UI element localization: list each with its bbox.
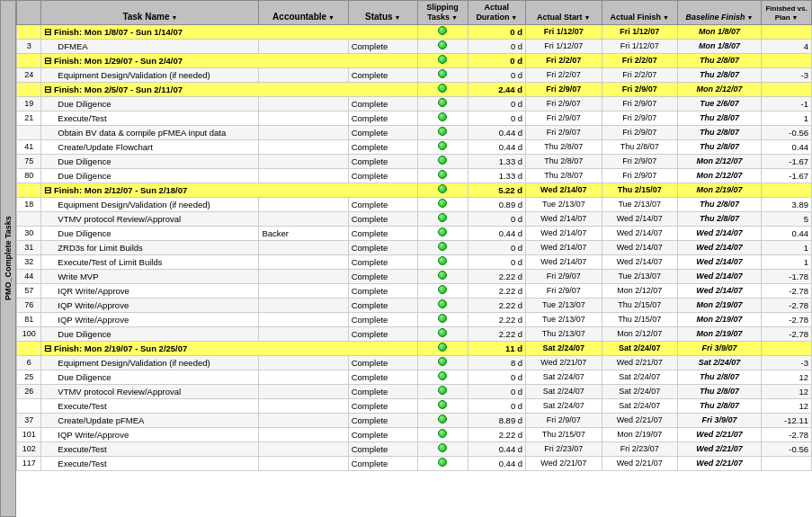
green-dot — [438, 458, 447, 467]
slipping-cell — [417, 53, 468, 67]
accountable — [259, 254, 348, 269]
finished-vs-plan: 0.44 — [762, 226, 812, 240]
actual-finish: Fri 1/12/07 — [602, 24, 677, 39]
actual-duration: 8 d — [468, 355, 526, 370]
slipping-indicator — [417, 384, 468, 398]
status: Complete — [348, 269, 417, 283]
accountable — [259, 370, 348, 384]
slipping-indicator — [417, 197, 468, 211]
slipping-indicator — [417, 226, 468, 240]
actual-start: Wed 2/14/07 — [526, 240, 602, 254]
finished-vs-plan — [762, 341, 812, 355]
actual-start: Wed 2/14/07 — [526, 183, 602, 197]
baseline-finish: Wed 2/14/07 — [677, 254, 761, 269]
actual-duration: 0 d — [468, 111, 526, 125]
finished-vs-plan: 12 — [762, 370, 812, 384]
accountable — [259, 197, 348, 211]
actual-duration: 2.22 d — [468, 283, 526, 298]
finished-vs-plan: 12 — [762, 398, 812, 413]
status: Complete — [348, 154, 417, 168]
col-accountable-header[interactable]: Accountable — [259, 1, 348, 25]
slipping-indicator — [417, 154, 468, 168]
task-name: Due Diligence — [41, 154, 259, 168]
actual-duration: 2.22 d — [468, 312, 526, 326]
col-baseline-finish-header[interactable]: Baseline Finish — [677, 1, 761, 25]
actual-finish: Mon 2/12/07 — [602, 326, 677, 341]
green-dot — [438, 127, 447, 136]
col-task-header[interactable]: Task Name — [41, 1, 259, 25]
status: Complete — [348, 298, 417, 312]
status: Complete — [348, 355, 417, 370]
row-id: 102 — [17, 441, 41, 456]
actual-start: Fri 2/9/07 — [526, 125, 602, 139]
actual-start: Thu 2/15/07 — [526, 427, 602, 441]
task-name: Due Diligence — [41, 226, 259, 240]
actual-finish: Sat 2/24/07 — [602, 370, 677, 384]
actual-duration: 0 d — [468, 240, 526, 254]
baseline-finish: Thu 2/8/07 — [677, 111, 761, 125]
finished-vs-plan — [762, 456, 812, 470]
actual-finish: Tue 2/13/07 — [602, 197, 677, 211]
task-name: Due Diligence — [41, 96, 259, 111]
slipping-cell — [417, 82, 468, 96]
finished-vs-plan: 12 — [762, 384, 812, 398]
col-slipping-header[interactable]: Slipping Tasks — [417, 1, 468, 25]
slipping-indicator — [417, 111, 468, 125]
row-id: 24 — [17, 67, 41, 82]
task-name: Create/Update pFMEA — [41, 413, 259, 427]
baseline-finish: Wed 2/14/07 — [677, 226, 761, 240]
col-actual-start-header[interactable]: Actual Start — [526, 1, 602, 25]
finished-vs-plan — [762, 82, 812, 96]
task-name: Equipment Design/Validation (if needed) — [41, 67, 259, 82]
baseline-finish: Mon 2/12/07 — [677, 82, 761, 96]
actual-finish: Mon 2/12/07 — [602, 283, 677, 298]
status: Complete — [348, 384, 417, 398]
col-actual-dur-header[interactable]: Actual Duration — [468, 1, 526, 25]
task-name: ZRD3s for Limit Builds — [41, 240, 259, 254]
task-name: Execute/Test — [41, 111, 259, 125]
baseline-finish: Mon 2/12/07 — [677, 154, 761, 168]
finished-vs-plan: 0.44 — [762, 139, 812, 154]
finished-vs-plan: -1.78 — [762, 269, 812, 283]
finished-vs-plan: -1.67 — [762, 154, 812, 168]
actual-duration: 0 d — [468, 254, 526, 269]
row-id — [17, 183, 41, 197]
actual-finish: Wed 2/14/07 — [602, 254, 677, 269]
col-actual-finish-header[interactable]: Actual Finish — [602, 1, 677, 25]
actual-duration: 0.44 d — [468, 139, 526, 154]
green-dot — [438, 156, 447, 165]
actual-finish: Wed 2/21/07 — [602, 355, 677, 370]
baseline-finish: Thu 2/8/07 — [677, 197, 761, 211]
actual-start: Fri 2/9/07 — [526, 269, 602, 283]
status: Complete — [348, 39, 417, 53]
row-id — [17, 82, 41, 96]
actual-finish: Mon 2/19/07 — [602, 427, 677, 441]
slipping-indicator — [417, 312, 468, 326]
finished-vs-plan: 1 — [762, 240, 812, 254]
table-wrap: Task Name Accountable Status Slipping Ta… — [16, 0, 812, 517]
slipping-indicator — [417, 456, 468, 470]
actual-duration: 0.44 d — [468, 441, 526, 456]
row-id: 25 — [17, 370, 41, 384]
row-id: 19 — [17, 96, 41, 111]
actual-start: Fri 2/9/07 — [526, 111, 602, 125]
finished-vs-plan: 1 — [762, 254, 812, 269]
accountable — [259, 67, 348, 82]
baseline-finish: Wed 2/21/07 — [677, 456, 761, 470]
actual-finish: Tue 2/13/07 — [602, 269, 677, 283]
col-finished-header[interactable]: Finished vs. Plan — [762, 1, 812, 25]
actual-finish: Thu 2/15/07 — [602, 183, 677, 197]
actual-start: Fri 2/9/07 — [526, 283, 602, 298]
slipping-cell — [417, 341, 468, 355]
group-task-name: ⊟ Finish: Mon 1/29/07 - Sun 2/4/07 — [41, 53, 417, 67]
accountable — [259, 139, 348, 154]
status: Complete — [348, 211, 417, 226]
col-status-header[interactable]: Status — [348, 1, 417, 25]
green-dot — [438, 386, 447, 395]
baseline-finish: Mon 2/19/07 — [677, 298, 761, 312]
finished-vs-plan — [762, 53, 812, 67]
accountable — [259, 269, 348, 283]
slipping-indicator — [417, 370, 468, 384]
status: Complete — [348, 197, 417, 211]
task-name: Write MVP — [41, 269, 259, 283]
